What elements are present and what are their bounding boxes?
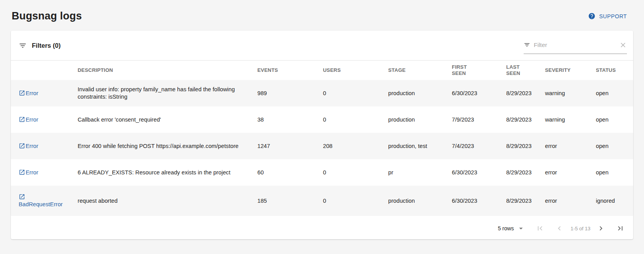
table-row: BadRequestError request aborted 185 0 pr… (11, 186, 633, 216)
last-page-icon[interactable] (616, 224, 625, 233)
open-in-new-icon (19, 90, 25, 96)
page-title: Bugsnag logs (12, 10, 82, 22)
table-row: Error Error 400 while fetching POST http… (11, 133, 633, 159)
stage-cell: production, test (388, 133, 452, 159)
column-header-first-seen: FIRST SEEN (452, 61, 506, 80)
table-row: Error 6 ALREADY_EXISTS: Resource already… (11, 159, 633, 186)
stage-cell: production (388, 80, 452, 106)
description-cell: request aborted (78, 186, 257, 216)
filter-bar: Filters (0) (11, 31, 633, 61)
open-in-new-icon (19, 143, 25, 149)
severity-cell: error (545, 186, 596, 216)
users-cell: 0 (323, 106, 388, 133)
clear-filter-icon[interactable] (619, 41, 627, 49)
first-seen-cell: 7/9/2023 (452, 106, 506, 133)
error-link-cell: Error (11, 133, 78, 159)
severity-cell: error (545, 133, 596, 159)
column-header-description: DESCRIPTION (78, 61, 257, 80)
events-cell: 60 (257, 159, 323, 186)
events-cell: 38 (257, 106, 323, 133)
status-cell: open (596, 133, 633, 159)
users-cell: 208 (323, 133, 388, 159)
open-in-new-icon (19, 193, 25, 200)
description-cell: Error 400 while fetching POST https://ap… (78, 133, 257, 159)
caret-down-icon (517, 224, 525, 233)
column-header-last-seen: LAST SEEN (506, 61, 545, 80)
events-cell: 989 (257, 80, 323, 106)
events-cell: 1247 (257, 133, 323, 159)
stage-cell: pr (388, 159, 452, 186)
table-row: Error Callback error 'consent_required' … (11, 106, 633, 133)
filter-input-container (524, 37, 627, 54)
first-seen-cell: 7/4/2023 (452, 133, 506, 159)
next-page-icon[interactable] (597, 224, 605, 233)
error-link[interactable]: Error (19, 169, 38, 176)
stage-cell: production (388, 186, 452, 216)
filters-label: Filters (0) (32, 42, 61, 49)
column-header-status: STATUS (596, 61, 633, 80)
severity-cell: warning (545, 80, 596, 106)
users-cell: 0 (323, 159, 388, 186)
error-link-cell: Error (11, 106, 78, 133)
error-link-cell: Error (11, 159, 78, 186)
error-link[interactable]: Error (19, 90, 38, 96)
column-header-users: USERS (323, 61, 388, 80)
logs-table: DESCRIPTION EVENTS USERS STAGE FIRST SEE… (11, 61, 633, 216)
filter-list-icon (19, 42, 27, 50)
first-seen-cell: 6/30/2023 (452, 186, 506, 216)
first-seen-cell: 6/30/2023 (452, 80, 506, 106)
column-header-severity: SEVERITY (545, 61, 596, 80)
filter-input[interactable] (534, 42, 617, 49)
error-link[interactable]: Error (19, 117, 38, 123)
rows-per-page-label: 5 rows (498, 225, 514, 231)
rows-per-page-select[interactable]: 5 rows (498, 224, 525, 233)
events-cell: 185 (257, 186, 323, 216)
first-seen-cell: 6/30/2023 (452, 159, 506, 186)
column-header-link (11, 61, 78, 80)
help-icon (588, 12, 595, 20)
severity-cell: error (545, 159, 596, 186)
topbar: Bugsnag logs SUPPORT (0, 0, 644, 22)
page-range-label: 1-5 of 13 (571, 226, 590, 231)
first-page-icon[interactable] (536, 224, 544, 233)
filter-input-icon (524, 42, 530, 48)
stage-cell: production (388, 106, 452, 133)
description-cell: Invalid user info: property family_name … (78, 80, 257, 106)
logs-card: Filters (0) DESCRIPTION EVENTS USERS STA… (11, 31, 633, 239)
description-cell: Callback error 'consent_required' (78, 106, 257, 133)
support-label: SUPPORT (599, 13, 627, 19)
last-seen-cell: 8/29/2023 (506, 80, 545, 106)
support-link[interactable]: SUPPORT (588, 12, 627, 20)
column-header-stage: STAGE (388, 61, 452, 80)
open-in-new-icon (19, 116, 25, 123)
previous-page-icon[interactable] (555, 224, 564, 233)
last-seen-cell: 8/29/2023 (506, 186, 545, 216)
severity-cell: warning (545, 106, 596, 133)
error-link-cell: Error (11, 80, 78, 106)
last-seen-cell: 8/29/2023 (506, 159, 545, 186)
status-cell: open (596, 159, 633, 186)
status-cell: open (596, 106, 633, 133)
pagination-bar: 5 rows 1-5 of 13 (11, 217, 633, 239)
error-link[interactable]: BadRequestError (19, 194, 62, 207)
users-cell: 0 (323, 186, 388, 216)
error-link-cell: BadRequestError (11, 186, 78, 216)
column-header-events: EVENTS (257, 61, 323, 80)
users-cell: 0 (323, 80, 388, 106)
status-cell: ignored (596, 186, 633, 216)
open-in-new-icon (19, 169, 25, 176)
table-header-row: DESCRIPTION EVENTS USERS STAGE FIRST SEE… (11, 61, 633, 80)
table-body: Error Invalid user info: property family… (11, 80, 633, 216)
last-seen-cell: 8/29/2023 (506, 133, 545, 159)
description-cell: 6 ALREADY_EXISTS: Resource already exist… (78, 159, 257, 186)
status-cell: open (596, 80, 633, 106)
table-row: Error Invalid user info: property family… (11, 80, 633, 106)
last-seen-cell: 8/29/2023 (506, 106, 545, 133)
error-link[interactable]: Error (19, 143, 38, 149)
